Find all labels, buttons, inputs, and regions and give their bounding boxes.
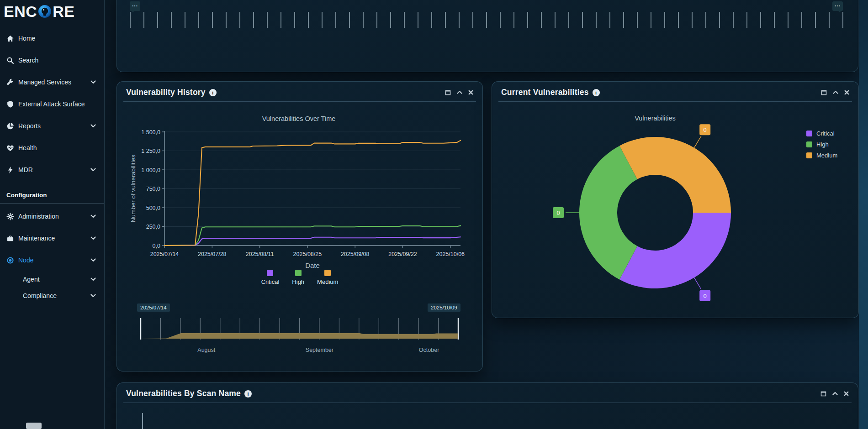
donut-slice-medium <box>619 137 731 213</box>
timeline-tick <box>774 12 775 28</box>
sidebar: ENC RE HomeSearchManaged ServicesExterna… <box>0 0 105 429</box>
legend-item-critical[interactable]: Critical <box>806 130 837 137</box>
legend-item-medium[interactable]: Medium <box>317 270 338 285</box>
sidebar-item-search[interactable]: Search <box>0 49 104 71</box>
svg-text:500,0: 500,0 <box>146 205 160 211</box>
sidebar-item-label: Compliance <box>23 292 57 299</box>
timeline-tick <box>376 12 377 28</box>
timeline-tick <box>637 12 638 28</box>
panel-title: Vulnerabilities By Scan Name <box>126 389 241 398</box>
legend-label: Critical <box>261 278 280 285</box>
timeline-tick <box>472 12 473 28</box>
sidebar-nav-configuration: AdministrationMaintenanceNode <box>0 205 104 271</box>
sidebar-item-label: Reports <box>18 122 41 130</box>
right-edge-gradient <box>859 0 868 429</box>
sidebar-item-label: Agent <box>23 276 40 283</box>
timeline-tick <box>349 12 350 28</box>
svg-text:2025/09/08: 2025/09/08 <box>341 251 370 257</box>
chevron-down-icon <box>90 258 96 262</box>
timeline-tick <box>678 12 679 28</box>
legend-item-critical[interactable]: Critical <box>261 270 280 285</box>
sidebar-item-reports[interactable]: Reports <box>0 115 104 137</box>
sidebar-item-administration[interactable]: Administration <box>0 205 104 227</box>
timeline-tick <box>431 12 432 28</box>
brand-logo[interactable]: ENC RE <box>0 0 104 19</box>
legend-item-high[interactable]: High <box>292 270 304 285</box>
collapse-button[interactable] <box>832 392 838 396</box>
timeline-tick <box>267 12 268 28</box>
heart-pulse-icon <box>6 144 14 152</box>
timeline-tick <box>829 12 830 28</box>
sidebar-section-divider <box>0 203 104 204</box>
shield-icon <box>6 100 14 108</box>
sidebar-item-label: Node <box>18 256 33 264</box>
timeline-tick <box>459 12 460 28</box>
chevron-down-icon <box>90 294 96 298</box>
svg-text:0: 0 <box>704 126 707 133</box>
svg-text:2025/09/22: 2025/09/22 <box>388 251 417 257</box>
legend-swatch <box>806 131 812 136</box>
timeline-tick <box>801 12 802 28</box>
timeline-tick <box>746 12 747 28</box>
scan-chart-y-axis <box>142 413 143 429</box>
sidebar-item-external-attack-surface[interactable]: External Attack Surface <box>0 93 104 115</box>
legend-label: Medium <box>816 152 837 159</box>
timeline-tick <box>130 12 131 28</box>
time-range-brush[interactable] <box>138 314 463 343</box>
brush-end-date-chip[interactable]: 2025/10/09 <box>428 303 460 312</box>
svg-text:250,0: 250,0 <box>146 224 160 230</box>
brand-logo-text-suffix: RE <box>53 4 74 19</box>
chevron-down-icon <box>90 168 96 172</box>
sidebar-section-label: Configuration <box>6 192 104 199</box>
chevron-down-icon <box>90 124 96 128</box>
timeline-tick <box>253 12 254 28</box>
legend-item-high[interactable]: High <box>806 141 837 148</box>
svg-text:2025/07/28: 2025/07/28 <box>198 251 227 257</box>
timeline-right-overflow-tooltip[interactable]: ... <box>832 1 843 11</box>
sidebar-nav-main: HomeSearchManaged ServicesExternal Attac… <box>0 27 104 181</box>
chevron-down-icon <box>90 236 96 240</box>
legend-item-medium[interactable]: Medium <box>806 152 837 159</box>
brush-start-date-chip[interactable]: 2025/07/14 <box>137 303 170 312</box>
sidebar-item-managed-services[interactable]: Managed Services <box>0 71 104 93</box>
sidebar-item-agent[interactable]: Agent <box>0 271 104 288</box>
timeline-tick <box>719 12 720 28</box>
info-icon[interactable]: i <box>244 390 252 398</box>
close-button[interactable] <box>844 391 849 396</box>
timeline-tick <box>815 12 816 28</box>
sidebar-item-mdr[interactable]: MDR <box>0 159 104 181</box>
timeline-tick <box>322 12 323 28</box>
timeline-tick <box>596 12 597 28</box>
chevron-down-icon <box>90 80 96 84</box>
sidebar-item-maintenance[interactable]: Maintenance <box>0 227 104 249</box>
timeline-tick <box>500 12 501 28</box>
legend-label: High <box>816 141 829 148</box>
panel-vulnerabilities-by-scan-name: Vulnerabilities By Scan Name i <box>116 382 858 429</box>
legend-swatch <box>324 270 331 276</box>
timeline-left-overflow-tooltip[interactable]: ... <box>130 1 140 11</box>
sidebar-item-node[interactable]: Node <box>0 249 104 271</box>
svg-text:0: 0 <box>704 293 707 299</box>
maximize-button[interactable] <box>820 391 826 397</box>
panel-timeline: ... ... <box>116 0 858 72</box>
timeline-tick <box>623 12 624 28</box>
timeline-tick <box>705 12 706 28</box>
timeline-tick <box>486 12 487 28</box>
svg-text:Number of vulnerabilities: Number of vulnerabilities <box>130 154 137 222</box>
timeline-tick <box>418 12 418 28</box>
timeline-tick <box>363 12 364 28</box>
timeline-tick <box>760 12 761 28</box>
sidebar-item-label: External Attack Surface <box>18 100 85 108</box>
sidebar-item-compliance[interactable]: Compliance <box>0 288 104 304</box>
svg-text:Vulnerabilities: Vulnerabilities <box>635 115 676 122</box>
sidebar-item-home[interactable]: Home <box>0 27 104 49</box>
timeline-tick <box>568 12 569 28</box>
sidebar-item-label: Maintenance <box>18 235 55 242</box>
svg-text:0,0: 0,0 <box>153 243 160 249</box>
timeline-tick <box>198 12 199 28</box>
svg-text:2025/10/06: 2025/10/06 <box>436 251 465 257</box>
timeline-tick <box>308 12 309 28</box>
sidebar-item-health[interactable]: Health <box>0 137 104 159</box>
home-icon <box>6 35 14 42</box>
wrench-icon <box>6 78 14 86</box>
